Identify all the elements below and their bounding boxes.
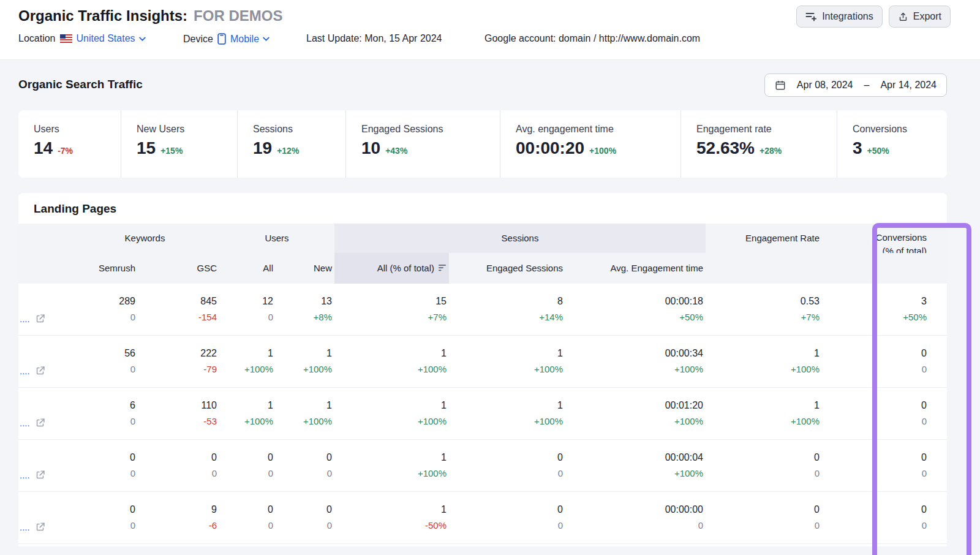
metric-card: New Users15+15% [121, 110, 237, 178]
cell-value[interactable]: 0 [70, 450, 135, 466]
landing-page-link[interactable]: .... [20, 314, 30, 324]
table-cell: 00 [276, 492, 334, 543]
cell-value: 1 [276, 345, 332, 361]
metric-label: Sessions [253, 124, 345, 135]
external-link-icon[interactable] [35, 366, 45, 376]
cell-delta: +100% [219, 361, 273, 377]
google-account: Google account: domain / http://www.doma… [484, 33, 700, 44]
table-cell: 00 [70, 492, 138, 543]
export-button[interactable]: Export [889, 6, 951, 28]
metric-delta: +28% [760, 146, 782, 156]
table-cell: 00 [706, 440, 822, 491]
table-cell: 120 [219, 284, 276, 335]
external-link-icon[interactable] [35, 314, 45, 324]
cell-delta: 0 [822, 466, 927, 481]
landing-pages-title: Landing Pages [18, 193, 947, 224]
location-dropdown[interactable]: United States [77, 33, 146, 44]
column-header-users-new[interactable]: New [276, 253, 334, 284]
landing-page-link[interactable]: .... [20, 470, 30, 480]
device-dropdown[interactable]: Mobile [230, 34, 270, 45]
cell-value: 0 [449, 450, 563, 466]
cell-value: 0 [276, 502, 332, 518]
external-link-icon[interactable] [35, 418, 45, 428]
metric-card: Users14-7% [18, 110, 121, 178]
column-header-conversions[interactable]: Conversions (% of total) [822, 224, 947, 253]
table-row: ....000000001+100%0000:00:04+100%0000 [18, 440, 947, 492]
column-header-sessions-all[interactable]: All (% of total) [334, 253, 449, 284]
landing-page-link[interactable]: .... [20, 366, 30, 376]
cell-delta: +100% [449, 413, 563, 429]
cell-delta: +100% [449, 361, 563, 377]
cell-value: 1 [334, 345, 447, 361]
external-link-icon[interactable] [35, 522, 45, 532]
cell-value: 8 [449, 293, 563, 309]
cell-delta: +100% [334, 413, 447, 429]
table-cell: 1+100% [449, 388, 565, 439]
cell-value: 3 [822, 293, 927, 309]
landing-page-link[interactable]: .... [20, 418, 30, 428]
metric-value: 14 [34, 138, 53, 158]
sort-icon [439, 265, 447, 271]
cell-value[interactable]: 0 [138, 450, 217, 466]
column-header-gsc[interactable]: GSC [138, 253, 219, 284]
cell-delta: +7% [334, 309, 447, 325]
metric-label: Engagement rate [696, 124, 837, 135]
cell-value: 1 [219, 398, 273, 413]
column-header-avg-engagement-time[interactable]: Avg. Engagement time [565, 253, 706, 284]
cell-value[interactable]: 845 [138, 293, 217, 309]
date-separator: – [864, 80, 869, 91]
cell-delta: +7% [706, 309, 820, 325]
table-cell: 00:00:18+50% [565, 284, 706, 335]
cell-value[interactable]: 110 [138, 398, 217, 413]
cell-delta: 0 [565, 518, 703, 533]
table-cell: 1+100% [334, 388, 449, 439]
table-cell: 110-53 [138, 388, 219, 439]
cell-value[interactable]: 56 [70, 345, 135, 361]
cell-delta: -6 [138, 518, 217, 533]
integrations-icon [805, 12, 817, 21]
landing-page-link[interactable]: .... [20, 522, 30, 532]
external-link-icon[interactable] [35, 470, 45, 480]
cell-value: 0 [219, 502, 273, 518]
metric-label: New Users [137, 124, 237, 135]
cell-delta: -79 [138, 361, 217, 377]
cell-value: 1 [334, 450, 447, 466]
cell-value[interactable]: 289 [70, 293, 135, 309]
cell-value: 0 [706, 502, 820, 518]
date-to: Apr 14, 2024 [880, 80, 937, 91]
cell-value[interactable]: 9 [138, 502, 217, 518]
column-header-engagement-rate[interactable]: Engagement Rate [706, 224, 822, 253]
metric-label: Avg. engagement time [516, 124, 680, 135]
export-label: Export [913, 11, 941, 22]
section-title: Organic Search Traffic [18, 78, 143, 91]
cell-value: 00:00:18 [565, 293, 703, 309]
top-bar: Organic Traffic Insights: FOR DEMOS Inte… [0, 0, 980, 60]
cell-delta: +14% [449, 309, 563, 325]
table-cell: 1+100% [219, 388, 276, 439]
cell-delta: +100% [276, 413, 332, 429]
table-cell: 15+7% [334, 284, 449, 335]
table-cell: 13+8% [276, 284, 334, 335]
cell-value: 1 [334, 398, 447, 413]
cell-value[interactable]: 222 [138, 345, 217, 361]
cell-delta: +100% [565, 466, 703, 481]
column-header-semrush[interactable]: Semrush [70, 253, 138, 284]
cell-value: 0 [822, 345, 927, 361]
integrations-button[interactable]: Integrations [796, 6, 883, 28]
cell-value[interactable]: 0 [70, 502, 135, 518]
project-name: FOR DEMOS [194, 7, 282, 25]
us-flag-icon [60, 34, 72, 43]
cell-value: 1 [276, 398, 332, 413]
cell-delta: +100% [706, 413, 820, 429]
table-cell: 00 [706, 492, 822, 543]
cell-value: 0 [822, 450, 927, 466]
date-range-picker[interactable]: Apr 08, 2024 – Apr 14, 2024 [764, 74, 947, 97]
cell-value[interactable]: 6 [70, 398, 135, 413]
column-header-engaged-sessions[interactable]: Engaged Sessions [449, 253, 565, 284]
cell-delta: -154 [138, 309, 217, 325]
metric-card: Engagement rate52.63%+28% [680, 110, 837, 178]
cell-value: 0 [706, 450, 820, 466]
cell-delta: +8% [276, 309, 332, 325]
cell-delta: -50% [334, 518, 447, 533]
column-header-users-all[interactable]: All [219, 253, 276, 284]
